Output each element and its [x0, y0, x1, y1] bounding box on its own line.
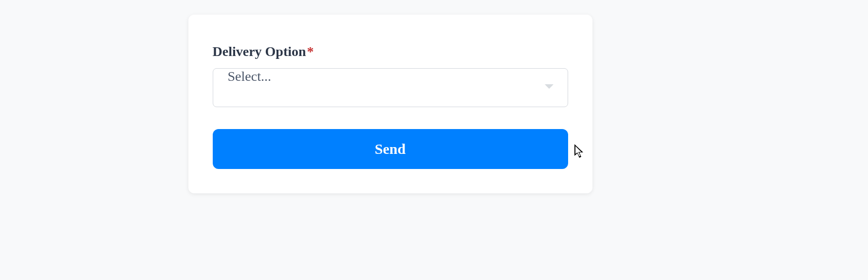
delivery-option-select-wrapper: Select... [213, 68, 568, 107]
label-text: Delivery Option [213, 44, 306, 59]
send-button[interactable]: Send [213, 129, 568, 169]
required-asterisk: * [307, 44, 314, 59]
form-card: Delivery Option* Select... Send [188, 15, 592, 193]
delivery-option-label: Delivery Option* [213, 44, 568, 59]
delivery-option-select[interactable]: Select... [213, 68, 568, 107]
